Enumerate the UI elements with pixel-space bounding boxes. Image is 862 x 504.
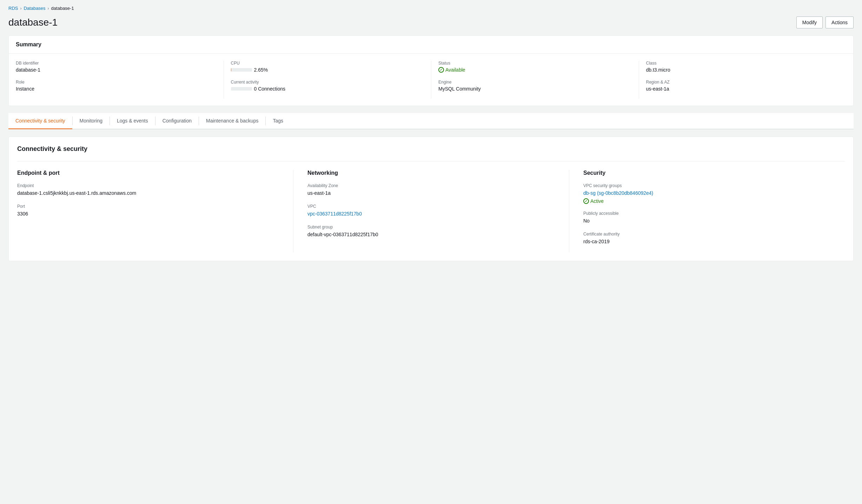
- endpoint-value: database-1.csli5jknkkbj.us-east-1.rds.am…: [17, 190, 279, 197]
- summary-col-db: DB identifier database-1 Role Instance: [16, 61, 224, 99]
- az-field: Availability Zone us-east-1a: [307, 183, 555, 197]
- class-field: Class db.t3.micro: [646, 61, 840, 73]
- db-identifier-value: database-1: [16, 67, 217, 73]
- page-header: database-1 Modify Actions: [8, 14, 854, 35]
- cpu-field: CPU 2.65%: [231, 61, 424, 73]
- cpu-bar: [231, 68, 252, 72]
- region-az-field: Region & AZ us-east-1a: [646, 80, 840, 92]
- connections-bar-container: 0 Connections: [231, 86, 424, 92]
- connections-value: 0 Connections: [254, 86, 286, 92]
- subnet-field: Subnet group default-vpc-0363711d8225f17…: [307, 225, 555, 238]
- vpc-label: VPC: [307, 204, 555, 209]
- breadcrumb-current: database-1: [51, 6, 74, 11]
- tabs-container: Connectivity & security Monitoring Logs …: [8, 113, 854, 130]
- endpoint-port-col: Endpoint & port Endpoint database-1.csli…: [17, 170, 293, 252]
- role-field: Role Instance: [16, 80, 217, 92]
- region-az-value: us-east-1a: [646, 86, 840, 92]
- networking-title: Networking: [307, 170, 555, 176]
- tab-configuration[interactable]: Configuration: [155, 113, 199, 129]
- summary-col-status: Status Available Engine MySQL Community: [431, 61, 639, 99]
- active-icon: [583, 198, 589, 204]
- cpu-label: CPU: [231, 61, 424, 66]
- publicly-accessible-value: No: [583, 217, 831, 225]
- port-label: Port: [17, 204, 279, 209]
- status-value: Available: [438, 67, 632, 73]
- db-identifier-field: DB identifier database-1: [16, 61, 217, 73]
- header-actions: Modify Actions: [796, 16, 854, 28]
- status-available-text: Available: [445, 67, 465, 73]
- summary-grid: DB identifier database-1 Role Instance C…: [9, 54, 853, 106]
- tab-tags[interactable]: Tags: [266, 113, 290, 129]
- summary-card: Summary DB identifier database-1 Role In…: [8, 35, 854, 106]
- class-value: db.t3.micro: [646, 67, 840, 73]
- subnet-value: default-vpc-0363711d8225f17b0: [307, 231, 555, 238]
- tabs: Connectivity & security Monitoring Logs …: [8, 113, 854, 129]
- vpc-field: VPC vpc-0363711d8225f17b0: [307, 204, 555, 218]
- publicly-accessible-field: Publicly accessible No: [583, 211, 831, 225]
- publicly-accessible-label: Publicly accessible: [583, 211, 831, 216]
- status-available-icon: [438, 67, 444, 73]
- summary-card-header: Summary: [9, 36, 853, 54]
- az-value: us-east-1a: [307, 190, 555, 197]
- status-field: Status Available: [438, 61, 632, 73]
- modify-button[interactable]: Modify: [796, 16, 823, 28]
- endpoint-label: Endpoint: [17, 183, 279, 188]
- subnet-label: Subnet group: [307, 225, 555, 230]
- engine-field: Engine MySQL Community: [438, 80, 632, 92]
- engine-value: MySQL Community: [438, 86, 632, 92]
- vpc-sg-label: VPC security groups: [583, 183, 831, 188]
- region-az-label: Region & AZ: [646, 80, 840, 85]
- cpu-value: 2.65%: [254, 67, 268, 73]
- certificate-authority-label: Certificate authority: [583, 232, 831, 237]
- security-title: Security: [583, 170, 831, 176]
- class-label: Class: [646, 61, 840, 66]
- tab-connectivity[interactable]: Connectivity & security: [8, 113, 72, 129]
- role-label: Role: [16, 80, 217, 85]
- breadcrumb-databases[interactable]: Databases: [24, 6, 45, 11]
- cpu-bar-container: 2.65%: [231, 67, 424, 73]
- connectivity-grid: Endpoint & port Endpoint database-1.csli…: [17, 161, 845, 252]
- security-col: Security VPC security groups db-sg (sg-0…: [569, 170, 845, 252]
- connectivity-security-title: Connectivity & security: [17, 145, 845, 153]
- networking-col: Networking Availability Zone us-east-1a …: [293, 170, 569, 252]
- breadcrumb-rds[interactable]: RDS: [8, 6, 18, 11]
- role-value: Instance: [16, 86, 217, 92]
- endpoint-port-title: Endpoint & port: [17, 170, 279, 176]
- actions-button[interactable]: Actions: [825, 16, 854, 28]
- tab-maintenance[interactable]: Maintenance & backups: [199, 113, 265, 129]
- status-label: Status: [438, 61, 632, 66]
- connectivity-security-card: Connectivity & security Endpoint & port …: [8, 137, 854, 261]
- current-activity-label: Current activity: [231, 80, 424, 85]
- active-label: Active: [590, 198, 604, 204]
- vpc-sg-status: Active: [583, 198, 831, 204]
- vpc-sg-value[interactable]: db-sg (sg-0bc8b20db846092e4): [583, 190, 653, 196]
- vpc-sg-field: VPC security groups db-sg (sg-0bc8b20db8…: [583, 183, 831, 204]
- certificate-authority-field: Certificate authority rds-ca-2019: [583, 232, 831, 245]
- endpoint-field: Endpoint database-1.csli5jknkkbj.us-east…: [17, 183, 279, 197]
- breadcrumb-sep-2: ›: [48, 6, 49, 11]
- summary-col-class: Class db.t3.micro Region & AZ us-east-1a: [639, 61, 847, 99]
- vpc-value[interactable]: vpc-0363711d8225f17b0: [307, 211, 362, 217]
- page-title: database-1: [8, 17, 58, 28]
- breadcrumb: RDS › Databases › database-1: [8, 0, 854, 14]
- tab-logs[interactable]: Logs & events: [110, 113, 155, 129]
- cpu-bar-fill: [231, 68, 232, 72]
- db-identifier-label: DB identifier: [16, 61, 217, 66]
- port-value: 3306: [17, 210, 279, 218]
- summary-title: Summary: [16, 41, 41, 47]
- tab-monitoring[interactable]: Monitoring: [73, 113, 110, 129]
- certificate-authority-value: rds-ca-2019: [583, 238, 831, 245]
- current-activity-field: Current activity 0 Connections: [231, 80, 424, 92]
- connections-bar: [231, 87, 252, 91]
- port-field: Port 3306: [17, 204, 279, 218]
- engine-label: Engine: [438, 80, 632, 85]
- summary-col-cpu: CPU 2.65% Current activity 0 Conn: [224, 61, 431, 99]
- breadcrumb-sep-1: ›: [20, 6, 21, 11]
- az-label: Availability Zone: [307, 183, 555, 188]
